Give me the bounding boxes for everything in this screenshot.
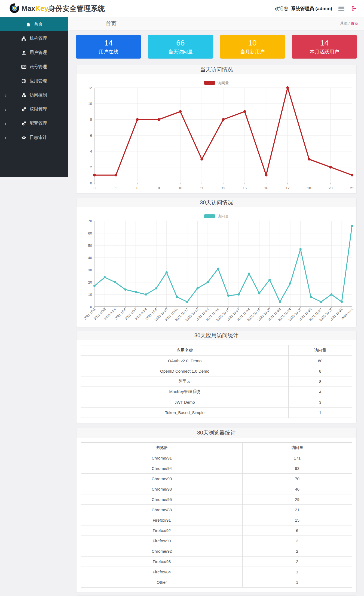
app-visits-table: 应用名称 访问量 OAuth v2.0_Demo60OpenID Connect… (81, 345, 352, 418)
sidebar-item-4[interactable]: 应用管理 (0, 74, 68, 88)
table-cell-name: 阿里云 (81, 376, 289, 387)
breadcrumb-current-link[interactable]: 首页 (351, 21, 358, 26)
panel-title-monthly: 30天访问情况 (77, 198, 356, 207)
sidebar-item-label: 访问控制 (30, 92, 47, 98)
table-cell-name: Chrome/94 (81, 463, 243, 474)
table-row: JWT Demo3 (81, 397, 352, 408)
daily-visits-chart[interactable]: 0246810120189101112151617182021访问量 (77, 74, 356, 193)
table-cell-visits: 3 (289, 397, 352, 408)
table-cell-name: OpenID Connect 1.0 Demo (81, 366, 289, 376)
stat-value: 14 (104, 39, 113, 47)
table-row: Firefox/841 (81, 567, 352, 577)
table-cell-name: Firefox/90 (81, 536, 243, 546)
column-header-browser: 浏览器 (81, 443, 243, 453)
svg-text:40: 40 (88, 256, 92, 260)
breadcrumb-root-link[interactable]: 系统 (340, 21, 347, 26)
svg-text:12: 12 (88, 86, 92, 90)
chevron-right-icon: › (5, 92, 7, 98)
stat-card-1: 66当天访问量 (148, 35, 213, 59)
chevron-right-icon: › (5, 135, 7, 140)
table-row: Chrome/9346 (81, 484, 352, 494)
table-row: Chrome/8821 (81, 505, 352, 515)
browser-stats-table: 浏览器 访问量 Chrome/91171Chrome/9493Chrome/90… (81, 442, 352, 588)
daily-visits-panel: 当天访问情况 0246810120189101112151617182021访问… (76, 65, 357, 194)
sitemap-icon (21, 36, 27, 41)
table-cell-visits: 2 (243, 536, 352, 546)
chevron-right-icon: › (5, 107, 7, 112)
svg-text:17: 17 (286, 186, 289, 190)
table-row: Firefox/9115 (81, 515, 352, 525)
table-row: Token_Based_Simple1 (81, 408, 352, 418)
chart-legend[interactable]: 访问量 (204, 81, 229, 85)
table-cell-name: Chrome/92 (81, 546, 243, 557)
table-cell-visits: 6 (243, 525, 352, 536)
monthly-visits-chart[interactable]: 0102030405060702021-10-12021-10-22021-10… (77, 207, 356, 327)
svg-text:0: 0 (90, 181, 92, 185)
table-row: OAuth v2.0_Demo60 (81, 356, 352, 366)
stat-label: 用户在线 (99, 49, 118, 54)
chevron-right-icon: › (5, 121, 7, 126)
table-cell-name: OAuth v2.0_Demo (81, 356, 289, 366)
stat-card-2: 10当月新用户 (220, 35, 285, 59)
user-icon (21, 50, 27, 55)
column-header-visits: 访问量 (243, 443, 352, 453)
table-row: Chrome/9070 (81, 474, 352, 484)
table-cell-visits: 15 (243, 515, 352, 525)
table-row: OpenID Connect 1.0 Demo8 (81, 366, 352, 376)
sidebar-item-6[interactable]: ›权限管理 (0, 102, 68, 116)
sidebar-item-label: 日志审计 (30, 135, 47, 141)
stat-value: 14 (320, 39, 329, 47)
sidebar-item-label: 账号管理 (30, 64, 47, 70)
table-cell-name: Other (81, 577, 243, 588)
stat-label: 本月活跃用户 (310, 49, 339, 54)
svg-text:8: 8 (136, 186, 138, 190)
panel-title-browsers: 30天浏览器统计 (77, 428, 356, 437)
svg-text:15: 15 (243, 186, 247, 190)
table-cell-visits: 1 (243, 577, 352, 588)
table-cell-name: Firefox/93 (81, 557, 243, 567)
table-cell-name: MaxKey管理系统 (81, 387, 289, 397)
panel-title-apps: 30天应用访问统计 (77, 331, 356, 340)
sidebar-item-label: 机构管理 (30, 36, 47, 41)
stat-label: 当月新用户 (240, 49, 265, 54)
stat-value: 66 (176, 39, 185, 47)
svg-text:21: 21 (350, 186, 354, 190)
svg-text:10: 10 (88, 293, 92, 297)
sidebar-item-8[interactable]: ›日志审计 (0, 130, 68, 145)
sidebar-item-2[interactable]: 用户管理 (0, 45, 68, 60)
table-cell-visits: 1 (243, 567, 352, 577)
page-title: 首页 (106, 20, 117, 28)
breadcrumb: 系统 / 首页 (340, 21, 358, 26)
table-row: Firefox/902 (81, 536, 352, 546)
maxkey-logo-icon (9, 3, 20, 14)
table-row: Chrome/9529 (81, 494, 352, 505)
chart-legend[interactable]: 访问量 (204, 214, 229, 218)
sidebar-item-label: 应用管理 (30, 78, 47, 84)
welcome-text: 欢迎您: 系统管理员 (admin) (274, 5, 332, 12)
column-header-app-name: 应用名称 (81, 345, 289, 356)
sidebar-item-label: 权限管理 (30, 107, 47, 112)
sidebar-item-5[interactable]: ›访问控制 (0, 88, 68, 102)
table-row: Chrome/91171 (81, 453, 352, 463)
sidebar-item-0[interactable]: 首页 (0, 17, 68, 31)
svg-text:8: 8 (90, 117, 92, 121)
table-cell-name: Token_Based_Simple (81, 408, 289, 418)
table-row: 阿里云8 (81, 376, 352, 387)
table-row: Chrome/9493 (81, 463, 352, 474)
svg-text:18: 18 (307, 186, 311, 190)
table-cell-name: JWT Demo (81, 397, 289, 408)
table-cell-name: Chrome/90 (81, 474, 243, 484)
hamburger-icon[interactable] (338, 5, 345, 12)
browser-stats-panel: 30天浏览器统计 浏览器 访问量 Chrome/91171Chrome/9493… (76, 428, 357, 593)
table-cell-visits: 2 (243, 557, 352, 567)
table-row: Other1 (81, 577, 352, 588)
stat-value: 10 (248, 39, 257, 47)
svg-text:9: 9 (158, 186, 160, 190)
stat-card-0: 14用户在线 (76, 35, 141, 59)
table-row: Firefox/932 (81, 557, 352, 567)
svg-text:访问量: 访问量 (217, 214, 229, 218)
sign-out-icon[interactable] (351, 5, 357, 12)
sidebar-item-1[interactable]: 机构管理 (0, 31, 68, 45)
sidebar-item-3[interactable]: 账号管理 (0, 60, 68, 74)
sidebar-item-7[interactable]: ›配置管理 (0, 116, 68, 130)
